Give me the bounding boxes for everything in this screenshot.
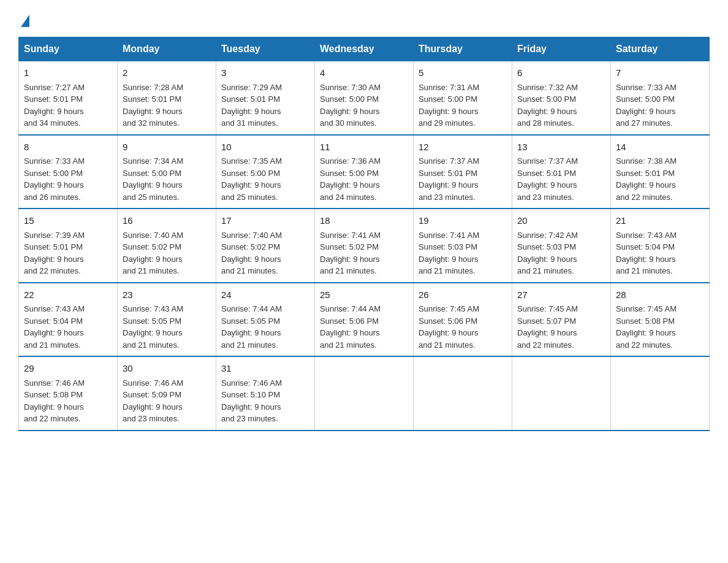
day-number: 16 xyxy=(123,214,211,228)
day-info: Sunrise: 7:34 AMSunset: 5:00 PMDaylight:… xyxy=(123,155,211,203)
calendar-cell: 15Sunrise: 7:39 AMSunset: 5:01 PMDayligh… xyxy=(19,209,118,283)
day-number: 12 xyxy=(419,140,507,155)
day-number: 4 xyxy=(320,66,408,80)
day-number: 19 xyxy=(419,214,507,228)
day-info: Sunrise: 7:37 AMSunset: 5:01 PMDaylight:… xyxy=(419,155,507,203)
day-info: Sunrise: 7:43 AMSunset: 5:05 PMDaylight:… xyxy=(123,303,211,351)
calendar-cell: 26Sunrise: 7:45 AMSunset: 5:06 PMDayligh… xyxy=(414,283,512,357)
day-info: Sunrise: 7:37 AMSunset: 5:01 PMDaylight:… xyxy=(517,155,605,203)
day-number: 8 xyxy=(24,140,112,155)
day-number: 29 xyxy=(24,362,112,376)
calendar-cell: 30Sunrise: 7:46 AMSunset: 5:09 PMDayligh… xyxy=(118,356,216,431)
day-number: 20 xyxy=(517,214,605,228)
calendar-cell: 4Sunrise: 7:30 AMSunset: 5:00 PMDaylight… xyxy=(315,61,414,135)
calendar-cell: 14Sunrise: 7:38 AMSunset: 5:01 PMDayligh… xyxy=(611,135,710,209)
day-info: Sunrise: 7:30 AMSunset: 5:00 PMDaylight:… xyxy=(320,82,408,129)
calendar-table: SundayMondayTuesdayWednesdayThursdayFrid… xyxy=(18,37,710,431)
day-number: 10 xyxy=(221,140,309,155)
page-header xyxy=(18,12,710,25)
day-number: 22 xyxy=(24,288,112,302)
day-info: Sunrise: 7:44 AMSunset: 5:05 PMDaylight:… xyxy=(221,303,309,351)
day-info: Sunrise: 7:42 AMSunset: 5:03 PMDaylight:… xyxy=(517,229,605,277)
day-info: Sunrise: 7:35 AMSunset: 5:00 PMDaylight:… xyxy=(221,155,309,203)
day-number: 14 xyxy=(616,140,704,155)
calendar-cell: 25Sunrise: 7:44 AMSunset: 5:06 PMDayligh… xyxy=(315,283,414,357)
day-info: Sunrise: 7:40 AMSunset: 5:02 PMDaylight:… xyxy=(123,229,211,277)
calendar-cell: 22Sunrise: 7:43 AMSunset: 5:04 PMDayligh… xyxy=(19,283,118,357)
calendar-cell xyxy=(414,356,512,431)
day-number: 13 xyxy=(517,140,605,155)
header-wednesday: Wednesday xyxy=(315,37,414,61)
calendar-header-row: SundayMondayTuesdayWednesdayThursdayFrid… xyxy=(19,37,710,61)
day-number: 2 xyxy=(123,66,211,80)
day-number: 26 xyxy=(419,288,507,302)
calendar-cell: 7Sunrise: 7:33 AMSunset: 5:00 PMDaylight… xyxy=(611,61,710,135)
week-row-4: 22Sunrise: 7:43 AMSunset: 5:04 PMDayligh… xyxy=(19,283,710,357)
day-number: 9 xyxy=(123,140,211,155)
calendar-cell: 2Sunrise: 7:28 AMSunset: 5:01 PMDaylight… xyxy=(118,61,216,135)
day-number: 7 xyxy=(616,66,704,80)
day-number: 18 xyxy=(320,214,408,228)
day-info: Sunrise: 7:43 AMSunset: 5:04 PMDaylight:… xyxy=(616,229,704,277)
day-number: 27 xyxy=(517,288,605,302)
day-info: Sunrise: 7:32 AMSunset: 5:00 PMDaylight:… xyxy=(517,82,605,129)
calendar-cell: 11Sunrise: 7:36 AMSunset: 5:00 PMDayligh… xyxy=(315,135,414,209)
calendar-cell xyxy=(512,356,611,431)
calendar-cell: 10Sunrise: 7:35 AMSunset: 5:00 PMDayligh… xyxy=(216,135,315,209)
day-number: 1 xyxy=(24,66,112,80)
calendar-cell: 20Sunrise: 7:42 AMSunset: 5:03 PMDayligh… xyxy=(512,209,611,283)
day-number: 15 xyxy=(24,214,112,228)
week-row-2: 8Sunrise: 7:33 AMSunset: 5:00 PMDaylight… xyxy=(19,135,710,209)
header-friday: Friday xyxy=(512,37,611,61)
day-info: Sunrise: 7:39 AMSunset: 5:01 PMDaylight:… xyxy=(24,229,112,277)
day-number: 6 xyxy=(517,66,605,80)
day-info: Sunrise: 7:46 AMSunset: 5:08 PMDaylight:… xyxy=(24,377,112,425)
calendar-cell: 5Sunrise: 7:31 AMSunset: 5:00 PMDaylight… xyxy=(414,61,512,135)
calendar-cell: 8Sunrise: 7:33 AMSunset: 5:00 PMDaylight… xyxy=(19,135,118,209)
calendar-cell: 17Sunrise: 7:40 AMSunset: 5:02 PMDayligh… xyxy=(216,209,315,283)
day-info: Sunrise: 7:45 AMSunset: 5:07 PMDaylight:… xyxy=(517,303,605,351)
calendar-cell xyxy=(611,356,710,431)
header-tuesday: Tuesday xyxy=(216,37,315,61)
day-info: Sunrise: 7:41 AMSunset: 5:02 PMDaylight:… xyxy=(320,229,408,277)
calendar-cell: 13Sunrise: 7:37 AMSunset: 5:01 PMDayligh… xyxy=(512,135,611,209)
header-monday: Monday xyxy=(118,37,216,61)
day-info: Sunrise: 7:33 AMSunset: 5:00 PMDaylight:… xyxy=(24,155,112,203)
day-info: Sunrise: 7:29 AMSunset: 5:01 PMDaylight:… xyxy=(221,82,309,129)
calendar-cell: 24Sunrise: 7:44 AMSunset: 5:05 PMDayligh… xyxy=(216,283,315,357)
calendar-cell: 12Sunrise: 7:37 AMSunset: 5:01 PMDayligh… xyxy=(414,135,512,209)
logo xyxy=(18,12,29,25)
day-number: 23 xyxy=(123,288,211,302)
day-info: Sunrise: 7:33 AMSunset: 5:00 PMDaylight:… xyxy=(616,82,704,129)
calendar-cell: 21Sunrise: 7:43 AMSunset: 5:04 PMDayligh… xyxy=(611,209,710,283)
calendar-cell: 27Sunrise: 7:45 AMSunset: 5:07 PMDayligh… xyxy=(512,283,611,357)
header-saturday: Saturday xyxy=(611,37,710,61)
week-row-3: 15Sunrise: 7:39 AMSunset: 5:01 PMDayligh… xyxy=(19,209,710,283)
calendar-cell xyxy=(315,356,414,431)
calendar-cell: 18Sunrise: 7:41 AMSunset: 5:02 PMDayligh… xyxy=(315,209,414,283)
day-info: Sunrise: 7:31 AMSunset: 5:00 PMDaylight:… xyxy=(419,82,507,129)
calendar-cell: 1Sunrise: 7:27 AMSunset: 5:01 PMDaylight… xyxy=(19,61,118,135)
day-number: 21 xyxy=(616,214,704,228)
calendar-cell: 31Sunrise: 7:46 AMSunset: 5:10 PMDayligh… xyxy=(216,356,315,431)
day-info: Sunrise: 7:45 AMSunset: 5:08 PMDaylight:… xyxy=(616,303,704,351)
day-info: Sunrise: 7:44 AMSunset: 5:06 PMDaylight:… xyxy=(320,303,408,351)
day-number: 31 xyxy=(221,362,309,376)
calendar-cell: 23Sunrise: 7:43 AMSunset: 5:05 PMDayligh… xyxy=(118,283,216,357)
day-number: 28 xyxy=(616,288,704,302)
day-info: Sunrise: 7:36 AMSunset: 5:00 PMDaylight:… xyxy=(320,155,408,203)
day-number: 3 xyxy=(221,66,309,80)
day-number: 17 xyxy=(221,214,309,228)
header-thursday: Thursday xyxy=(414,37,512,61)
calendar-cell: 6Sunrise: 7:32 AMSunset: 5:00 PMDaylight… xyxy=(512,61,611,135)
day-info: Sunrise: 7:45 AMSunset: 5:06 PMDaylight:… xyxy=(419,303,507,351)
day-number: 25 xyxy=(320,288,408,302)
header-sunday: Sunday xyxy=(19,37,118,61)
calendar-cell: 19Sunrise: 7:41 AMSunset: 5:03 PMDayligh… xyxy=(414,209,512,283)
day-number: 5 xyxy=(419,66,507,80)
day-info: Sunrise: 7:27 AMSunset: 5:01 PMDaylight:… xyxy=(24,82,112,129)
calendar-cell: 29Sunrise: 7:46 AMSunset: 5:08 PMDayligh… xyxy=(19,356,118,431)
calendar-cell: 16Sunrise: 7:40 AMSunset: 5:02 PMDayligh… xyxy=(118,209,216,283)
day-info: Sunrise: 7:38 AMSunset: 5:01 PMDaylight:… xyxy=(616,155,704,203)
calendar-cell: 9Sunrise: 7:34 AMSunset: 5:00 PMDaylight… xyxy=(118,135,216,209)
